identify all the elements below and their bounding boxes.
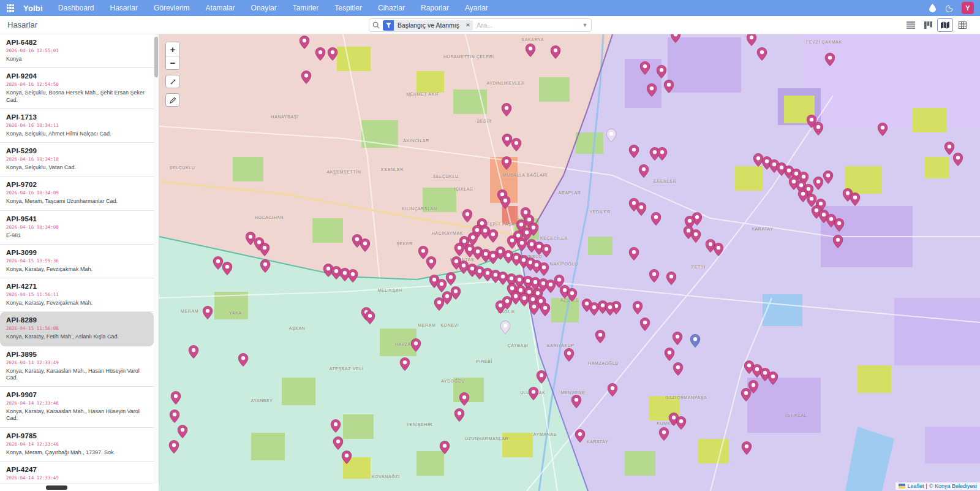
nav-item-onaylar[interactable]: Onaylar	[243, 0, 285, 16]
map-marker-pin[interactable]	[540, 303, 550, 316]
map-marker-pin[interactable]	[541, 244, 552, 257]
map-marker-pin[interactable]	[813, 177, 824, 190]
search-bar[interactable]: Başlangıç ve Atanmış ✕ ▼	[369, 18, 592, 32]
leaflet-link[interactable]: Leaflet	[907, 483, 924, 489]
map-marker-pin[interactable]	[628, 247, 639, 261]
nav-item-tespitler[interactable]: Tespitler	[326, 0, 370, 16]
map-marker-pin[interactable]	[539, 262, 549, 276]
map-marker-pin[interactable]	[300, 36, 310, 49]
map-marker-pin[interactable]	[189, 345, 199, 359]
map-marker-pin[interactable]	[260, 259, 270, 273]
map-marker-pin[interactable]	[640, 318, 650, 331]
search-input[interactable]	[473, 21, 579, 29]
list-item[interactable]: API-4271 2026-04-15 11:56:11 Konya, Kara…	[0, 278, 154, 312]
map-marker-pin[interactable]	[177, 425, 187, 438]
map-marker-pin[interactable]	[170, 409, 180, 423]
list-item[interactable]: API-9702 2026-04-16 10:34:09 Konya, Mera…	[0, 177, 154, 210]
map-marker-pin[interactable]	[628, 145, 639, 158]
nav-item-cihazlar[interactable]: Cihazlar	[370, 0, 413, 16]
list-item[interactable]: API-5299 2026-04-16 10:34:10 Konya, Selç…	[0, 143, 154, 177]
map-marker-pin[interactable]	[564, 348, 574, 362]
map-marker-pin[interactable]	[501, 156, 511, 170]
nav-item-ayarlar[interactable]: Ayarlar	[457, 0, 496, 16]
map-marker-pin[interactable]	[454, 408, 465, 422]
map-marker-pin[interactable]	[222, 262, 233, 275]
map-marker-pin[interactable]	[500, 196, 511, 209]
map-marker-pin[interactable]	[633, 301, 643, 314]
map-view[interactable]: SAKARYAHÜSAMETTİN ÇELEBİFEVZİ ÇAKMAKMEHM…	[159, 34, 980, 491]
map-marker-pin[interactable]	[360, 238, 371, 252]
list-item[interactable]: API-1713 2026-04-16 10:34:11 Konya, Selç…	[0, 109, 154, 143]
scrollbar-thumb[interactable]	[154, 37, 158, 77]
map-view-button[interactable]	[937, 18, 953, 32]
map-marker-pin[interactable]	[238, 353, 248, 367]
map-marker-pin[interactable]	[664, 80, 674, 93]
map-marker-pin[interactable]	[436, 279, 447, 292]
map-marker-pin[interactable]	[500, 321, 511, 334]
scrollbar-thumb[interactable]	[46, 485, 67, 490]
map-marker-pin[interactable]	[327, 47, 337, 61]
kanban-view-button[interactable]	[920, 18, 936, 32]
map-marker-pin[interactable]	[440, 441, 450, 454]
zoom-in-button[interactable]: +	[166, 42, 179, 56]
nav-item-görevlerim[interactable]: Görevlerim	[146, 0, 198, 16]
map-marker-pin[interactable]	[365, 311, 375, 324]
map-marker-pin[interactable]	[459, 392, 470, 406]
list-item[interactable]: API-4247 2026-04-14 12:33:45 Konya, Mera…	[0, 462, 154, 483]
map-marker-pin[interactable]	[834, 218, 844, 232]
map-marker-pin[interactable]	[640, 61, 650, 75]
map-marker-pin[interactable]	[672, 332, 682, 345]
map-marker-pin[interactable]	[551, 45, 561, 59]
map-marker-pin[interactable]	[741, 388, 752, 402]
map-marker-pin[interactable]	[605, 302, 615, 316]
map-marker-pin[interactable]	[434, 297, 444, 311]
list-item[interactable]: API-9907 2026-04-14 12:33:48 Konya, Kara…	[0, 387, 154, 428]
map-marker-pin[interactable]	[833, 235, 843, 248]
list-item[interactable]: API-9785 2026-04-14 12:33:46 Konya, Mera…	[0, 428, 154, 462]
map-marker-pin[interactable]	[606, 129, 617, 142]
map-marker-pin[interactable]	[426, 256, 436, 270]
nav-item-hasarlar[interactable]: Hasarlar	[102, 0, 146, 16]
water-drop-icon[interactable]	[927, 3, 937, 13]
map-marker-pin[interactable]	[589, 302, 600, 316]
map-marker-pin[interactable]	[529, 387, 539, 400]
list-item[interactable]: API-3099 2026-04-15 13:59:36 Konya, Kara…	[0, 245, 154, 278]
nav-item-raporlar[interactable]: Raporlar	[413, 0, 457, 16]
map-marker-pin[interactable]	[713, 243, 723, 256]
sidebar-horizontal-scrollbar[interactable]	[0, 483, 154, 491]
map-marker-pin[interactable]	[567, 288, 578, 302]
map-marker-pin[interactable]	[203, 306, 213, 319]
zoom-out-button[interactable]: −	[166, 56, 179, 69]
map-marker-pin[interactable]	[607, 383, 617, 397]
map-marker-pin[interactable]	[517, 238, 527, 251]
brand-logo[interactable]: Yolbi	[21, 4, 50, 13]
map-marker-pin[interactable]	[454, 243, 465, 256]
map-marker-pin[interactable]	[525, 44, 535, 57]
map-marker-pin[interactable]	[813, 122, 824, 135]
map-marker-pin[interactable]	[657, 147, 668, 161]
map-marker-pin[interactable]	[348, 269, 358, 283]
map-marker-pin[interactable]	[823, 170, 834, 184]
map-marker-pin[interactable]	[691, 229, 701, 243]
map-marker-pin[interactable]	[595, 330, 605, 343]
user-avatar[interactable]: Y	[962, 2, 974, 14]
map-marker-pin[interactable]	[496, 300, 506, 314]
search-filter-facet[interactable]: Başlangıç ve Atanmış ✕	[383, 20, 473, 31]
map-marker-pin[interactable]	[315, 47, 325, 61]
nav-item-tamirler[interactable]: Tamirler	[285, 0, 327, 16]
pivot-view-button[interactable]	[954, 18, 970, 32]
map-marker-pin[interactable]	[501, 103, 511, 116]
map-marker-pin[interactable]	[850, 192, 861, 206]
map-marker-pin[interactable]	[259, 243, 270, 256]
map-marker-pin[interactable]	[952, 153, 963, 166]
map-marker-pin[interactable]	[768, 371, 778, 385]
map-marker-pin[interactable]	[676, 416, 687, 430]
map-marker-pin[interactable]	[673, 362, 683, 376]
list-item[interactable]: API-9204 2026-04-16 12:54:50 Konya, Selç…	[0, 68, 154, 109]
map-marker-pin[interactable]	[488, 229, 499, 243]
nav-item-atamalar[interactable]: Atamalar	[198, 0, 243, 16]
map-marker-pin[interactable]	[670, 34, 680, 43]
map-marker-pin[interactable]	[575, 429, 586, 443]
map-marker-pin[interactable]	[638, 164, 649, 178]
map-marker-pin[interactable]	[650, 212, 661, 226]
